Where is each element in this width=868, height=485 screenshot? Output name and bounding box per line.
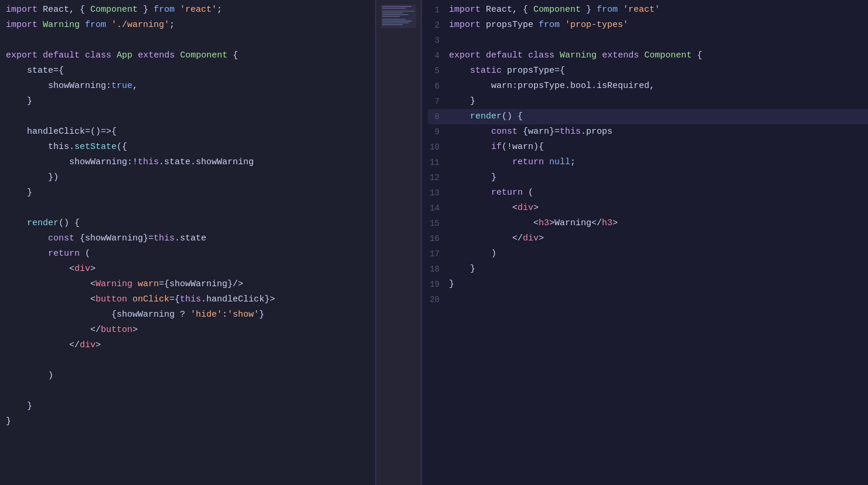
line-content: <h3>Warning</h3> bbox=[449, 216, 868, 231]
line-number: 6 bbox=[428, 79, 449, 94]
line-number: 12 bbox=[428, 170, 449, 185]
line-number: 11 bbox=[428, 155, 449, 170]
right-pane[interactable]: 1import React, { Component } from 'react… bbox=[422, 0, 868, 485]
line-content: </button> bbox=[6, 323, 375, 338]
line-content: return ( bbox=[449, 185, 868, 201]
line-number: 16 bbox=[428, 231, 449, 246]
line-number: 7 bbox=[428, 94, 449, 109]
line-content: }) bbox=[6, 170, 375, 185]
line-content: render() { bbox=[6, 216, 375, 231]
line-number: 1 bbox=[428, 2, 449, 18]
code-line: ) bbox=[6, 368, 375, 384]
code-line: 1import React, { Component } from 'react… bbox=[428, 2, 868, 18]
line-content: const {showWarning}=this.state bbox=[6, 231, 375, 246]
line-content: ) bbox=[449, 246, 868, 262]
code-line: <div> bbox=[6, 262, 375, 277]
line-content: state={ bbox=[6, 63, 375, 79]
code-line: }) bbox=[6, 170, 375, 185]
code-line: 12 } bbox=[428, 170, 868, 185]
line-content: showWarning:!this.state.showWarning bbox=[6, 155, 375, 170]
line-number: 8 bbox=[428, 109, 449, 124]
line-number: 9 bbox=[428, 124, 449, 140]
line-content bbox=[6, 33, 375, 48]
code-line: 3 bbox=[428, 33, 868, 48]
line-number: 18 bbox=[428, 262, 449, 277]
code-line: } bbox=[6, 94, 375, 109]
line-number: 20 bbox=[428, 292, 449, 307]
line-content: showWarning:true, bbox=[6, 79, 375, 94]
line-number: 5 bbox=[428, 63, 449, 79]
line-number: 19 bbox=[428, 277, 449, 292]
code-line: 10 if(!warn){ bbox=[428, 140, 868, 155]
code-line: </button> bbox=[6, 323, 375, 338]
line-content bbox=[449, 33, 868, 48]
line-content: warn:propsType.bool.isRequired, bbox=[449, 79, 868, 94]
line-content: </div> bbox=[449, 231, 868, 246]
left-border bbox=[375, 0, 376, 485]
line-content: } bbox=[6, 399, 375, 414]
line-content: if(!warn){ bbox=[449, 140, 868, 155]
line-number: 15 bbox=[428, 216, 449, 231]
code-line: 19} bbox=[428, 277, 868, 292]
line-content: <button onClick={this.handleClick}> bbox=[6, 292, 375, 307]
line-number: 4 bbox=[428, 48, 449, 63]
divider bbox=[375, 0, 422, 485]
line-content: } bbox=[6, 414, 375, 429]
line-content bbox=[6, 384, 375, 399]
code-line: 17 ) bbox=[428, 246, 868, 262]
left-pane[interactable]: import React, { Component } from 'react'… bbox=[0, 0, 375, 485]
code-line: showWarning:!this.state.showWarning bbox=[6, 155, 375, 170]
line-content: this.setState({ bbox=[6, 140, 375, 155]
code-line: import React, { Component } from 'react'… bbox=[6, 2, 375, 18]
code-line: 13 return ( bbox=[428, 185, 868, 201]
code-line: import Warning from './warning'; bbox=[6, 18, 375, 33]
line-content: } bbox=[449, 94, 868, 109]
code-line: } bbox=[6, 414, 375, 429]
right-code-area: 1import React, { Component } from 'react… bbox=[428, 0, 868, 485]
svg-rect-11 bbox=[381, 5, 416, 28]
line-content: } bbox=[449, 262, 868, 277]
code-line: 8 render() { bbox=[428, 109, 868, 124]
line-content: render() { bbox=[449, 109, 868, 124]
line-content bbox=[449, 292, 868, 307]
code-line bbox=[6, 109, 375, 124]
line-number: 13 bbox=[428, 185, 449, 201]
line-content: <Warning warn={showWarning}/> bbox=[6, 277, 375, 292]
line-content: </div> bbox=[6, 338, 375, 353]
line-content: handleClick=()=>{ bbox=[6, 124, 375, 140]
code-line: </div> bbox=[6, 338, 375, 353]
line-content: import React, { Component } from 'react' bbox=[449, 2, 868, 18]
line-number: 10 bbox=[428, 140, 449, 155]
code-line bbox=[6, 353, 375, 368]
code-line: } bbox=[6, 185, 375, 201]
right-border bbox=[421, 0, 422, 485]
code-line: {showWarning ? 'hide':'show'} bbox=[6, 307, 375, 323]
line-content: } bbox=[449, 277, 868, 292]
line-content: ) bbox=[6, 368, 375, 384]
line-content bbox=[6, 201, 375, 216]
code-line: 15 <h3>Warning</h3> bbox=[428, 216, 868, 231]
line-content: <div> bbox=[6, 262, 375, 277]
code-line: const {showWarning}=this.state bbox=[6, 231, 375, 246]
line-content: const {warn}=this.props bbox=[449, 124, 868, 140]
minimap bbox=[381, 5, 416, 75]
code-line: <button onClick={this.handleClick}> bbox=[6, 292, 375, 307]
line-content: } bbox=[6, 94, 375, 109]
code-line: 18 } bbox=[428, 262, 868, 277]
code-line: 2import propsType from 'prop-types' bbox=[428, 18, 868, 33]
line-content: export default class Warning extends Com… bbox=[449, 48, 868, 63]
code-line: 7 } bbox=[428, 94, 868, 109]
code-line: 11 return null; bbox=[428, 155, 868, 170]
code-line: 16 </div> bbox=[428, 231, 868, 246]
code-line: 9 const {warn}=this.props bbox=[428, 124, 868, 140]
line-content: } bbox=[449, 170, 868, 185]
code-line bbox=[6, 201, 375, 216]
code-line: <Warning warn={showWarning}/> bbox=[6, 277, 375, 292]
line-content: } bbox=[6, 185, 375, 201]
code-line: export default class App extends Compone… bbox=[6, 48, 375, 63]
line-content: return null; bbox=[449, 155, 868, 170]
line-content: export default class App extends Compone… bbox=[6, 48, 375, 63]
line-content: import React, { Component } from 'react'… bbox=[6, 2, 375, 18]
code-line: 5 static propsType={ bbox=[428, 63, 868, 79]
code-line bbox=[6, 384, 375, 399]
